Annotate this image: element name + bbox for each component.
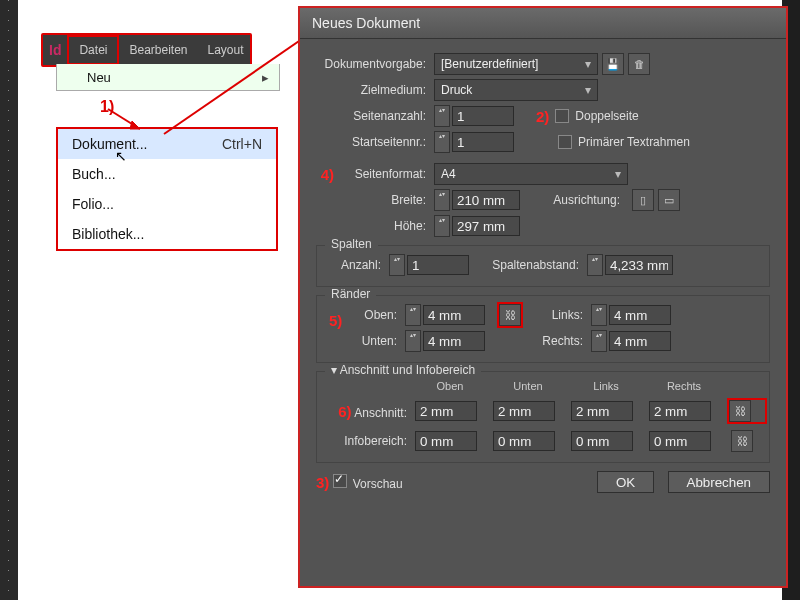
preset-label: Dokumentvorgabe: — [316, 57, 434, 71]
margins-title: Ränder — [325, 287, 376, 301]
bleed-bottom-input[interactable] — [493, 401, 555, 421]
slug-link-icon[interactable]: ⛓ — [731, 430, 753, 452]
gutter-spinner[interactable]: ▴▾ — [587, 254, 603, 276]
preview-checkbox[interactable] — [333, 474, 347, 488]
annotation-4: 4) — [316, 166, 334, 183]
height-spinner[interactable]: ▴▾ — [434, 215, 450, 237]
start-input[interactable] — [452, 132, 514, 152]
width-input[interactable] — [452, 190, 520, 210]
col-count-input[interactable] — [407, 255, 469, 275]
svg-marker-1 — [130, 121, 140, 129]
columns-title: Spalten — [325, 237, 378, 251]
orient-label: Ausrichtung: — [520, 193, 628, 207]
col-count-label: Anzahl: — [327, 258, 389, 272]
margin-bottom-spinner[interactable]: ▴▾ — [405, 330, 421, 352]
menu-neu-label: Neu — [87, 70, 111, 85]
slug-top-input[interactable] — [415, 431, 477, 451]
facing-label: Doppelseite — [575, 109, 638, 123]
dialog-title: Neues Dokument — [300, 8, 786, 39]
width-label: Breite: — [316, 193, 434, 207]
col-head-bottom: Unten — [493, 380, 563, 392]
orient-portrait-icon[interactable]: ▯ — [632, 189, 654, 211]
col-head-top: Oben — [415, 380, 485, 392]
start-label: Startseitennr.: — [316, 135, 434, 149]
margins-link-icon[interactable]: ⛓ — [499, 304, 521, 326]
bleed-title: ▾ Anschnitt und Infobereich — [325, 363, 481, 377]
primary-label: Primärer Textrahmen — [578, 135, 690, 149]
margin-right-spinner[interactable]: ▴▾ — [591, 330, 607, 352]
svg-line-2 — [164, 28, 318, 134]
arrow-1 — [100, 105, 160, 135]
margin-left-input[interactable] — [609, 305, 671, 325]
margin-top-spinner[interactable]: ▴▾ — [405, 304, 421, 326]
bleed-title-text: Anschnitt und Infobereich — [340, 363, 475, 377]
pages-spinner[interactable]: ▴▾ — [434, 105, 450, 127]
margins-section: Ränder 5) Oben: ▴▾ ⛓ Links: ▴▾ Unten: ▴▾… — [316, 295, 770, 363]
orient-landscape-icon[interactable]: ▭ — [658, 189, 680, 211]
ruler-vertical — [0, 0, 19, 600]
cancel-button[interactable]: Abbrechen — [668, 471, 770, 493]
slug-label: Infobereich: — [327, 434, 407, 448]
save-preset-icon[interactable]: 💾 — [602, 53, 624, 75]
intent-select[interactable]: Druck — [434, 79, 598, 101]
margin-right-input[interactable] — [609, 331, 671, 351]
facing-checkbox[interactable] — [555, 109, 569, 123]
bleed-left-input[interactable] — [571, 401, 633, 421]
slug-right-input[interactable] — [649, 431, 711, 451]
margin-left-label: Links: — [523, 308, 591, 322]
annotation-2: 2) — [536, 108, 549, 125]
new-document-dialog: Neues Dokument Dokumentvorgabe: [Benutze… — [298, 6, 788, 588]
slug-left-input[interactable] — [571, 431, 633, 451]
delete-preset-icon[interactable]: 🗑 — [628, 53, 650, 75]
ok-button[interactable]: OK — [597, 471, 654, 493]
bleed-top-input[interactable] — [415, 401, 477, 421]
start-spinner[interactable]: ▴▾ — [434, 131, 450, 153]
margin-top-input[interactable] — [423, 305, 485, 325]
columns-section: Spalten Anzahl: ▴▾ Spaltenabstand: ▴▾ — [316, 245, 770, 287]
margin-bottom-input[interactable] — [423, 331, 485, 351]
annotation-3: 3) — [316, 474, 329, 491]
height-input[interactable] — [452, 216, 520, 236]
bleed-right-input[interactable] — [649, 401, 711, 421]
width-spinner[interactable]: ▴▾ — [434, 189, 450, 211]
intent-label: Zielmedium: — [316, 83, 434, 97]
height-label: Höhe: — [316, 219, 434, 233]
margin-left-spinner[interactable]: ▴▾ — [591, 304, 607, 326]
submenu-folio[interactable]: Folio... — [58, 189, 276, 219]
annotation-6: 6) — [338, 403, 351, 420]
margin-bottom-label: Unten: — [327, 334, 405, 348]
submenu-neu: Dokument...Ctrl+N Buch... Folio... Bibli… — [56, 127, 278, 251]
pages-input[interactable] — [452, 106, 514, 126]
preview-label: Vorschau — [353, 477, 403, 491]
submenu-dokument-label: Dokument... — [72, 136, 147, 152]
menu-datei[interactable]: Datei — [67, 35, 119, 65]
size-label: Seitenformat: — [334, 167, 434, 181]
submenu-buch[interactable]: Buch... — [58, 159, 276, 189]
annotation-5: 5) — [329, 312, 342, 329]
preset-select[interactable]: [Benutzerdefiniert] — [434, 53, 598, 75]
margin-right-label: Rechts: — [523, 334, 591, 348]
col-head-right: Rechts — [649, 380, 719, 392]
bleed-section: ▾ Anschnitt und Infobereich Oben Unten L… — [316, 371, 770, 463]
gutter-label: Spaltenabstand: — [469, 258, 587, 272]
col-count-spinner[interactable]: ▴▾ — [389, 254, 405, 276]
bleed-label: Anschnitt: — [354, 406, 407, 420]
primary-checkbox[interactable] — [558, 135, 572, 149]
app-logo: Id — [43, 42, 67, 58]
size-select[interactable]: A4 — [434, 163, 628, 185]
col-head-left: Links — [571, 380, 641, 392]
bleed-link-icon[interactable]: ⛓ — [729, 400, 751, 422]
gutter-input[interactable] — [605, 255, 673, 275]
slug-bottom-input[interactable] — [493, 431, 555, 451]
submenu-bibliothek[interactable]: Bibliothek... — [58, 219, 276, 249]
pages-label: Seitenanzahl: — [316, 109, 434, 123]
